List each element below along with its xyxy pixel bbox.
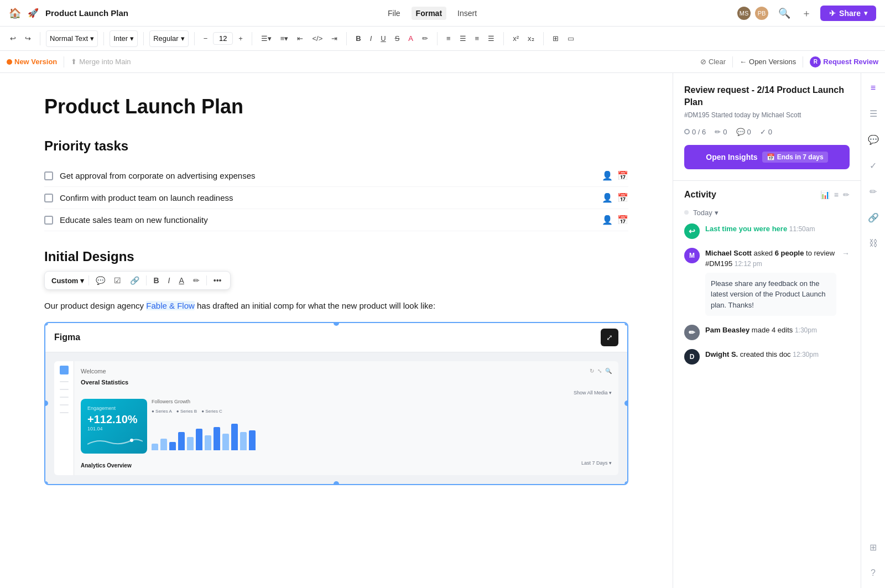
new-version-button[interactable]: New Version [7, 58, 57, 66]
inline-italic-button[interactable]: I [166, 275, 173, 286]
sidebar-list-icon[interactable]: ☰ [866, 105, 881, 122]
bold-button[interactable]: B [352, 32, 364, 45]
inline-underline-button[interactable]: A [176, 275, 186, 286]
activity-date-dropdown[interactable]: Today ▾ [693, 209, 719, 217]
sidebar-filter-icon[interactable]: ≡ [867, 80, 879, 96]
subscript-button[interactable]: x₂ [524, 32, 538, 45]
list-style-button[interactable]: ☰▾ [258, 32, 275, 45]
clear-button[interactable]: ⊘ Clear [700, 58, 726, 66]
figma-stats-title: Overal Statistics [81, 379, 612, 386]
font-size-decrease[interactable]: − [200, 32, 211, 45]
task-checkbox-3[interactable] [44, 216, 53, 225]
align-right-button[interactable]: ≡ [472, 32, 483, 45]
activity-date: Today ▾ [684, 209, 850, 217]
task-calendar-icon-1[interactable]: 📅 [617, 170, 628, 181]
section-priority-tasks: Priority tasks [44, 138, 628, 154]
open-versions-button[interactable]: ← Open Versions [740, 58, 796, 66]
sidebar-edit-icon[interactable]: ✏ [866, 183, 880, 200]
activity-avatar-system: ↩ [684, 223, 700, 239]
sidebar-check-icon[interactable]: ✓ [866, 157, 880, 174]
task-checkbox-2[interactable] [44, 194, 53, 202]
task-calendar-icon-2[interactable]: 📅 [617, 192, 628, 203]
inline-toolbar: Custom ▾ 💬 ☑ 🔗 B I A ✏ ••• [44, 271, 231, 290]
table-button[interactable]: ⊞ [549, 32, 562, 45]
custom-style-button[interactable]: Custom ▾ [51, 277, 84, 285]
text-style-select[interactable]: Normal Text ▾ [46, 30, 98, 47]
weight-chevron-icon: ▾ [181, 34, 185, 43]
activity-text-lastseen: Last time you were here 11:50am [705, 225, 815, 233]
redo-button[interactable]: ↪ [22, 32, 34, 45]
figma-engagement-card: Engagement +112.10% 101.04 [81, 399, 147, 454]
task-checkbox-1[interactable] [44, 171, 53, 180]
align-justify-button[interactable]: ☰ [485, 32, 498, 45]
font-family-select[interactable]: Inter ▾ [110, 30, 138, 47]
file-menu[interactable]: File [383, 7, 405, 20]
right-sidebar: ≡ ☰ 💬 ✓ ✏ 🔗 ⛓ ⊞ ? [861, 73, 885, 588]
chart-bar [205, 435, 211, 450]
font-size-increase[interactable]: + [235, 32, 246, 45]
indent-inc-button[interactable]: ⇥ [328, 32, 341, 45]
align-center-button[interactable]: ☰ [456, 32, 470, 45]
undo-button[interactable]: ↩ [7, 32, 19, 45]
highlighted-text: Fable & Flow [146, 301, 195, 310]
font-weight-select[interactable]: Regular ▾ [149, 30, 189, 47]
share-button[interactable]: ✈ Share ▾ [820, 6, 876, 21]
superscript-button[interactable]: x² [509, 32, 522, 45]
activity-edit-icon[interactable]: ✏ [843, 190, 850, 199]
indent-dec-button[interactable]: ⇤ [294, 32, 306, 45]
code-button[interactable]: </> [309, 32, 326, 45]
ordered-list-button[interactable]: ≡▾ [277, 32, 292, 45]
resize-handle-br[interactable] [624, 481, 628, 485]
date-chevron-icon: ▾ [715, 209, 719, 217]
ends-badge: 📅 Ends in 7 days [762, 152, 828, 163]
inline-highlight-button[interactable]: ✏ [191, 275, 202, 286]
home-icon[interactable]: 🏠 [9, 7, 21, 19]
resize-handle-bm[interactable] [334, 481, 339, 485]
font-size-input[interactable] [213, 32, 233, 45]
merge-into-main-button[interactable]: ⬆ Merge into Main [71, 58, 131, 66]
editor-area[interactable]: Product Launch Plan Priority tasks Get a… [0, 73, 673, 588]
task-avatar-icon-2[interactable]: 👤 [602, 192, 613, 203]
italic-button[interactable]: I [367, 32, 376, 45]
underline-button[interactable]: U [377, 32, 389, 45]
inline-check-button[interactable]: ☑ [112, 275, 123, 286]
add-icon[interactable]: ＋ [799, 4, 814, 22]
resize-handle-mr[interactable] [624, 400, 628, 406]
inline-bold-button[interactable]: B [151, 275, 161, 286]
activity-content-lastseen: Last time you were here 11:50am [705, 223, 850, 239]
task-calendar-icon-3[interactable]: 📅 [617, 215, 628, 225]
activity-arrow-icon[interactable]: → [842, 249, 850, 258]
activity-filter-icon[interactable]: ≡ [834, 190, 839, 199]
inline-more-button[interactable]: ••• [211, 275, 224, 286]
media-button[interactable]: ▭ [564, 32, 577, 45]
align-left-button[interactable]: ≡ [443, 32, 454, 45]
inline-link-button[interactable]: 🔗 [128, 275, 142, 286]
inline-comment-button[interactable]: 💬 [93, 275, 107, 286]
activity-item-michael: M Michael Scott asked 6 people to review… [684, 248, 850, 316]
avatar-user1: MS [736, 6, 752, 21]
format-menu[interactable]: Format [412, 7, 446, 20]
request-review-button[interactable]: R Request Review [810, 56, 878, 67]
sidebar-question-icon[interactable]: ? [867, 565, 879, 581]
insert-menu[interactable]: Insert [453, 7, 481, 20]
figma-icon-3: 🔍 [605, 368, 612, 374]
figma-expand-button[interactable]: ⤢ [601, 329, 618, 346]
text-color-button[interactable]: A [405, 32, 417, 45]
task-avatar-icon-1[interactable]: 👤 [602, 170, 613, 181]
review-stat-edit: ✏ 0 [715, 128, 727, 136]
sidebar-comment-icon[interactable]: 💬 [865, 131, 882, 148]
figma-followers-title-text: Followers Growth [152, 399, 190, 404]
strikethrough-button[interactable]: S [392, 32, 403, 45]
sidebar-chain-icon[interactable]: ⛓ [866, 235, 881, 252]
sidebar-grid-icon[interactable]: ⊞ [866, 539, 880, 556]
activity-chart-icon[interactable]: 📊 [820, 190, 830, 199]
task-item: Confirm with product team on launch read… [44, 187, 628, 209]
open-insights-button[interactable]: Open Insights 📅 Ends in 7 days [684, 145, 850, 169]
task-list: Get approval from corporate on advertisi… [44, 165, 628, 231]
resize-handle-tr[interactable] [624, 322, 628, 326]
highlight-button[interactable]: ✏ [419, 32, 431, 45]
search-icon[interactable]: 🔍 [776, 5, 793, 22]
sidebar-link-icon[interactable]: 🔗 [865, 209, 882, 226]
review-avatar: R [810, 56, 821, 67]
task-avatar-icon-3[interactable]: 👤 [602, 215, 613, 225]
